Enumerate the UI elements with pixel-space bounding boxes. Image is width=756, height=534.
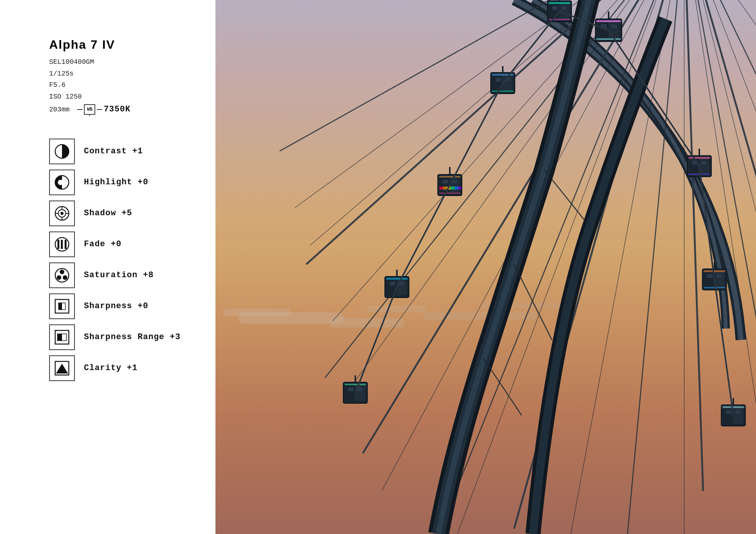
highlight-icon	[49, 170, 75, 195]
svg-rect-75	[596, 39, 621, 40]
camera-specs: SEL100400GM 1/125s F5.6 ISO 1250 203mm W…	[49, 56, 193, 117]
svg-line-129	[514, 264, 552, 340]
saturation-label: Saturation +8	[84, 270, 154, 280]
svg-rect-24	[62, 334, 67, 341]
svg-line-128	[544, 170, 590, 227]
saturation-icon	[49, 262, 75, 288]
svg-rect-104	[689, 174, 710, 175]
svg-point-5	[60, 212, 64, 215]
settings-list: Contrast +1 Highlight +0	[49, 139, 193, 381]
svg-rect-67	[492, 91, 513, 92]
sharpness-range-icon	[49, 324, 75, 350]
sharpness-range-row: Sharpness Range +3	[49, 324, 193, 350]
svg-point-17	[63, 275, 67, 280]
svg-rect-116	[707, 274, 713, 278]
wb-icon: WB	[84, 104, 95, 115]
svg-rect-102	[701, 161, 707, 165]
svg-rect-74	[596, 20, 621, 22]
sharpness-icon	[49, 293, 75, 319]
clarity-label: Clarity +1	[84, 363, 138, 373]
svg-rect-117	[716, 274, 722, 278]
svg-rect-96	[386, 278, 407, 279]
svg-point-15	[60, 270, 64, 274]
photo-panel	[215, 0, 756, 534]
clarity-row: Clarity +1	[49, 355, 193, 381]
svg-rect-94	[389, 281, 395, 286]
svg-rect-20	[62, 303, 65, 310]
svg-rect-119	[704, 287, 725, 288]
svg-rect-83	[439, 193, 460, 194]
svg-rect-56	[552, 6, 558, 10]
fade-icon	[49, 232, 75, 257]
svg-point-16	[57, 275, 61, 280]
highlight-row: Highlight +0	[49, 170, 193, 195]
sharpness-row: Sharpness +0	[49, 293, 193, 319]
camera-title: Alpha 7 IV	[49, 38, 193, 52]
svg-line-32	[684, 0, 703, 491]
svg-rect-89	[458, 187, 461, 190]
svg-line-51	[684, 0, 756, 170]
wb-value: 7350K	[104, 102, 130, 116]
ferris-wheel-svg	[215, 0, 756, 534]
svg-rect-103	[689, 157, 710, 159]
svg-rect-118	[704, 270, 725, 272]
iso-label: ISO 1250	[49, 91, 193, 103]
saturation-row: Saturation +8	[49, 262, 193, 288]
svg-rect-11	[57, 240, 59, 249]
svg-rect-87	[451, 187, 454, 190]
svg-line-133	[450, 83, 503, 185]
fade-row: Fade +0	[49, 232, 193, 257]
shadow-icon	[49, 201, 75, 226]
shadow-label: Shadow +5	[84, 208, 132, 218]
shadow-row: Shadow +5	[49, 201, 193, 226]
svg-rect-126	[723, 406, 744, 408]
svg-rect-111	[345, 384, 366, 385]
svg-rect-64	[495, 77, 501, 82]
contrast-row: Contrast +1	[49, 139, 193, 164]
left-panel: Alpha 7 IV SEL100400GM 1/125s F5.6 ISO 1…	[0, 0, 215, 534]
svg-rect-82	[439, 176, 460, 177]
svg-rect-73	[610, 24, 617, 29]
svg-rect-88	[454, 187, 458, 190]
contrast-label: Contrast +1	[84, 147, 143, 156]
highlight-label: Highlight +0	[84, 177, 148, 187]
lens-label: SEL100400GM	[49, 56, 193, 68]
svg-point-2	[58, 180, 63, 185]
svg-rect-85	[443, 187, 447, 190]
svg-rect-12	[61, 240, 63, 249]
aperture-label: F5.6	[49, 79, 193, 91]
svg-rect-84	[439, 187, 443, 190]
svg-rect-80	[442, 179, 448, 184]
focal-length-label: 203mm	[49, 104, 70, 116]
svg-rect-125	[735, 410, 741, 414]
svg-rect-124	[726, 410, 732, 414]
clarity-icon	[49, 355, 75, 381]
sharpness-label: Sharpness +0	[84, 301, 148, 311]
shutter-label: 1/125s	[49, 68, 193, 80]
svg-line-132	[503, 11, 559, 83]
sharpness-range-label: Sharpness Range +3	[84, 332, 181, 342]
svg-rect-109	[348, 387, 354, 392]
svg-marker-28	[56, 364, 68, 373]
svg-rect-57	[561, 6, 567, 10]
svg-line-134	[397, 185, 450, 287]
svg-line-135	[355, 287, 397, 393]
fade-label: Fade +0	[84, 239, 121, 249]
contrast-icon	[49, 139, 75, 164]
wb-connector: WB 7350K	[77, 102, 130, 116]
svg-rect-13	[65, 240, 67, 249]
svg-rect-58	[549, 2, 570, 4]
